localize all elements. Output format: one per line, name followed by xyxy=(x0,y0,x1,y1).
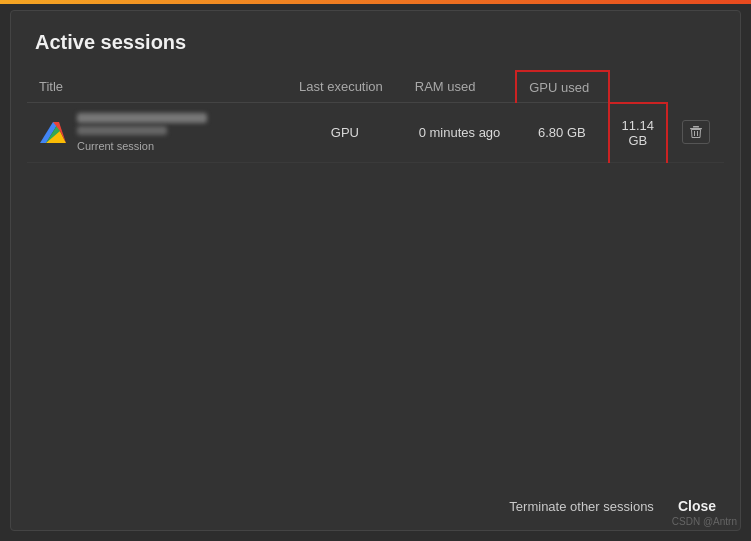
cell-action xyxy=(667,103,724,163)
svg-rect-5 xyxy=(693,126,699,128)
cell-title: Current session xyxy=(27,103,287,163)
terminate-session-button[interactable] xyxy=(682,120,710,144)
col-header-action xyxy=(609,71,668,103)
current-session-label: Current session xyxy=(77,140,207,152)
dialog-footer: Terminate other sessions Close xyxy=(11,482,740,530)
dialog-header: Active sessions xyxy=(11,11,740,70)
dialog: Active sessions Title Last execution RAM… xyxy=(10,10,741,531)
cell-ram-used: 6.80 GB xyxy=(516,103,608,163)
watermark: CSDN @Antrn xyxy=(672,516,737,527)
google-drive-icon xyxy=(39,119,67,147)
cell-gpu-used: 11.14 GB xyxy=(609,103,668,163)
dialog-title: Active sessions xyxy=(35,31,186,53)
col-header-ram-used: RAM used xyxy=(403,71,516,103)
title-cell-content: Current session xyxy=(39,113,275,152)
title-blurred-line2 xyxy=(77,126,167,135)
title-text-block: Current session xyxy=(77,113,207,152)
close-button[interactable]: Close xyxy=(678,498,716,514)
table-row: Current session GPU 0 minutes ago 6.80 G… xyxy=(27,103,724,163)
sessions-table: Title Last execution RAM used GPU used xyxy=(27,70,724,163)
col-header-gpu-used: GPU used xyxy=(516,71,608,103)
trash-icon xyxy=(689,125,703,139)
col-header-last-execution: Last execution xyxy=(287,71,403,103)
cell-gpu-type: GPU xyxy=(287,103,403,163)
terminate-other-sessions-link[interactable]: Terminate other sessions xyxy=(509,499,654,514)
title-blurred-line1 xyxy=(77,113,207,123)
top-bar xyxy=(0,0,751,4)
cell-last-execution: 0 minutes ago xyxy=(403,103,516,163)
col-header-title: Title xyxy=(27,71,287,103)
table-container: Title Last execution RAM used GPU used xyxy=(11,70,740,482)
